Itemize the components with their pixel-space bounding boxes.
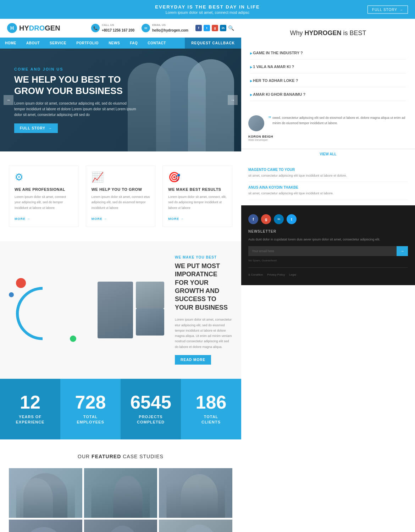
- phone-contact: 📞 CALL US +8017 1256 167 200: [91, 23, 134, 33]
- faq-item-4[interactable]: AMAR KI GHOR BANAIMU ?: [250, 87, 406, 101]
- navigation: HOME ABOUT SERVICE PORTFOLIO NEWS FAQ CO…: [0, 38, 241, 49]
- stat-employees: 728 TOTALEMPLOYEES: [60, 379, 121, 439]
- footer-googleplus-icon[interactable]: g: [261, 214, 271, 224]
- slider-prev-button[interactable]: −: [4, 95, 13, 105]
- newsletter-text: Auts dunt dolor in cupidatat lorem duis …: [248, 237, 408, 242]
- growth-title: WE PUT MOST IMPORATNCE FOR YOUR GROWTH A…: [175, 262, 232, 312]
- main-content: H HYDROGEN 📞 CALL US +8017 1256 167 200 …: [0, 19, 241, 532]
- call-number: +8017 1256 167 200: [102, 28, 134, 32]
- news-item-1: MAGENTO CAME TO YOUR sit amet, consectet…: [248, 164, 408, 182]
- stat-number-clients: 186: [188, 393, 234, 411]
- feature-more-1[interactable]: MORE: [15, 217, 31, 221]
- portfolio-item-6[interactable]: [159, 520, 232, 532]
- testimonial-author: KORON BEIGH: [248, 135, 408, 138]
- email-address: hello@hydrogen.com: [152, 28, 188, 32]
- footer-link-condition[interactable]: & Condition: [248, 273, 263, 276]
- portfolio-item-3[interactable]: [159, 468, 232, 518]
- faq-item-2[interactable]: 1 VALA NA AMAR KI ?: [250, 60, 406, 73]
- feature-title-2: WE HELP YOU TO GROW: [92, 187, 150, 192]
- newsletter-input[interactable]: [248, 246, 397, 256]
- footer-link-legal[interactable]: Legal: [289, 273, 296, 276]
- testimonial-section: owed, consectetur adipiscing elit sed do…: [241, 108, 415, 149]
- view-all-button[interactable]: VIEW ALL: [241, 149, 415, 159]
- email-contact: ✉ EMAIL US hello@hydrogen.com: [142, 23, 188, 33]
- hero-cta-button[interactable]: FULL STORY: [14, 123, 58, 133]
- logo-text: HYDROGEN: [19, 24, 60, 32]
- logo[interactable]: H HYDROGEN: [7, 23, 60, 33]
- portfolio-item-1[interactable]: [9, 468, 82, 518]
- nav-item-home[interactable]: HOME: [0, 38, 21, 49]
- testimonial-role: Web Developer: [248, 138, 408, 142]
- growth-cta-button[interactable]: READ MORE: [175, 355, 211, 365]
- feature-text-1: Lorem ipsum dolor sit amet, connect your…: [15, 194, 73, 211]
- growth-section: WE MAKE YOU BEST WE PUT MOST IMPORATNCE …: [0, 241, 241, 379]
- testimonial-text: owed, consectetur adipiscing elit sed do…: [269, 115, 408, 126]
- site-header: H HYDROGEN 📞 CALL US +8017 1256 167 200 …: [0, 19, 241, 38]
- twitter-icon[interactable]: t: [204, 25, 210, 31]
- news-text-2: sit amet, consectetur adipiscing elit tq…: [248, 191, 408, 196]
- featured-section: OUR FEATURED CASE STUDIES: [0, 439, 241, 532]
- nav-item-news[interactable]: NEWS: [104, 38, 125, 49]
- stat-label-employees: TOTALEMPLOYEES: [67, 414, 114, 425]
- stat-projects: 6545 PROJECTSCOMPLETED: [121, 379, 181, 439]
- announcement-subtext: Lorem ipsum dolor sit amet, connect mod …: [7, 10, 408, 15]
- growth-visual: [9, 278, 87, 342]
- nav-item-about[interactable]: ABOUT: [21, 38, 45, 49]
- features-grid: ⚙ WE ARE PROFESSIONAL Lorem ipsum dolor …: [9, 166, 232, 227]
- faq-item-1[interactable]: GAME IN THE INDUSTRY ?: [250, 46, 406, 60]
- nav-item-service[interactable]: SERVICE: [45, 38, 71, 49]
- nav-item-portfolio[interactable]: PORTFOLIO: [71, 38, 104, 49]
- hero-pretitle: COME AND JOIN US: [14, 67, 138, 71]
- portfolio-item-5[interactable]: [84, 520, 157, 532]
- hero-body: Lorem ipsum dolor sit amet, consectetur …: [14, 101, 138, 118]
- feature-icon-2: 📈: [92, 171, 150, 183]
- dot-red: [16, 278, 26, 288]
- no-spam-text: No Spam, Guaranteed: [248, 259, 408, 262]
- footer-social: f g in t: [248, 214, 408, 224]
- right-panel: Why HYDROGEN is BEST GAME IN THE INDUSTR…: [241, 19, 415, 532]
- feature-more-3[interactable]: MORE: [168, 217, 184, 221]
- linkedin-icon[interactable]: in: [220, 25, 226, 31]
- callback-button[interactable]: REQUEST CALLBACK: [185, 38, 241, 49]
- feature-more-2[interactable]: MORE: [92, 217, 107, 221]
- growth-photos: [98, 282, 164, 338]
- news-title-1: MAGENTO CAME TO YOUR: [248, 168, 408, 172]
- faq-item-3[interactable]: HER TO ADHAR LOKE ?: [250, 73, 406, 87]
- growth-body: Lorem ipsum dolor sit amet, consectetur …: [175, 317, 232, 350]
- footer-twitter-icon[interactable]: t: [287, 214, 297, 224]
- hero-slider: − COME AND JOIN US WE HELP YOU BEST TO G…: [0, 49, 241, 151]
- feature-title-3: WE MAKE BEST RESULTS: [168, 187, 227, 192]
- slider-next-button[interactable]: →: [228, 95, 238, 105]
- header-social: f t g in 🔍: [195, 25, 234, 31]
- news-item-2: ANUS AINA KOYDIN THAKBE sit amet, consec…: [248, 182, 408, 200]
- nav-item-contact[interactable]: CONTACT: [143, 38, 171, 49]
- nav-list: HOME ABOUT SERVICE PORTFOLIO NEWS FAQ CO…: [0, 38, 171, 49]
- portfolio-grid: [9, 468, 232, 532]
- stats-section: 12 YEARS OFEXPERIENCE 728 TOTALEMPLOYEES…: [0, 379, 241, 439]
- portfolio-item-4[interactable]: [9, 520, 82, 532]
- announcement-cta-button[interactable]: FULL STORY →: [367, 5, 408, 13]
- stat-experience: 12 YEARS OFEXPERIENCE: [0, 379, 60, 439]
- growth-photo-stack: [136, 282, 164, 338]
- footer-facebook-icon[interactable]: f: [248, 214, 258, 224]
- facebook-icon[interactable]: f: [195, 25, 202, 31]
- stat-label-experience: YEARS OFEXPERIENCE: [7, 414, 53, 425]
- newsletter-submit-button[interactable]: →: [397, 246, 408, 256]
- header-contact: 📞 CALL US +8017 1256 167 200 ✉ EMAIL US …: [91, 23, 234, 33]
- google-plus-icon[interactable]: g: [212, 25, 218, 31]
- nav-item-faq[interactable]: FAQ: [125, 38, 143, 49]
- feature-card-1: ⚙ WE ARE PROFESSIONAL Lorem ipsum dolor …: [9, 166, 79, 227]
- faq-list: GAME IN THE INDUSTRY ? 1 VALA NA AMAR KI…: [250, 46, 406, 101]
- footer-linkedin-icon[interactable]: in: [274, 214, 284, 224]
- announcement-bar: EVERYDAY IS THE BEST DAY IN LIFE Lorem i…: [0, 0, 415, 19]
- news-title-2: ANUS AINA KOYDIN THAKBE: [248, 185, 408, 189]
- portfolio-item-2[interactable]: [84, 468, 157, 518]
- logo-icon: H: [7, 23, 17, 33]
- stat-number-projects: 6545: [128, 393, 174, 411]
- footer-link-privacy[interactable]: Privacy Policy: [267, 273, 285, 276]
- growth-photo-small-2: [136, 309, 164, 336]
- why-section: Why HYDROGEN is BEST GAME IN THE INDUSTR…: [241, 19, 415, 108]
- search-button[interactable]: 🔍: [228, 25, 234, 31]
- why-title: Why HYDROGEN is BEST: [250, 29, 406, 37]
- person-silhouette-3: [188, 59, 234, 151]
